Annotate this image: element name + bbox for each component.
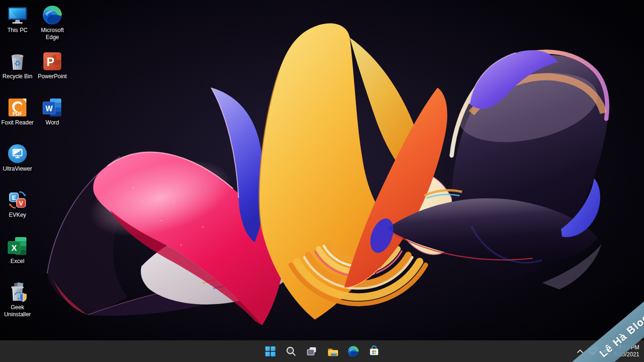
desktop-icon-column-2: Microsoft Edge P PowerPoint [35, 4, 70, 139]
search-button[interactable] [283, 343, 299, 359]
edge-icon [347, 345, 360, 358]
desktop-icon-ultraviewer[interactable]: UltraViewer [0, 142, 35, 185]
taskbar: 3:17 PM 9/10/2021 [0, 340, 644, 362]
svg-text:V: V [19, 200, 23, 207]
windows-logo-icon [264, 345, 277, 358]
search-icon [285, 345, 297, 358]
desktop-icon-this-pc[interactable]: This PC [0, 4, 35, 46]
store-bag-icon [368, 345, 380, 358]
svg-text:PDF: PDF [13, 111, 23, 116]
store-button[interactable] [366, 343, 382, 359]
desktop-icon-label: Word [46, 119, 59, 126]
svg-text:W: W [45, 105, 53, 113]
evkey-icon: E V [6, 189, 29, 211]
this-pc-icon [6, 4, 29, 26]
file-explorer-button[interactable] [324, 343, 340, 359]
desktop-icon-powerpoint[interactable]: P PowerPoint [35, 50, 70, 92]
desktop-icon-foxit-reader[interactable]: PDF Foxit Reader [0, 96, 35, 139]
start-button[interactable] [262, 343, 278, 359]
excel-icon: X [6, 235, 29, 257]
desktop-icon-label: This PC [8, 27, 28, 34]
svg-text:♻: ♻ [14, 59, 21, 67]
foxit-reader-icon: PDF [6, 96, 29, 119]
task-view-icon [305, 345, 318, 358]
desktop-icon-excel[interactable]: X Excel [0, 235, 35, 277]
geek-uninstaller-icon [6, 281, 29, 304]
desktop-icon-label: Microsoft Edge [35, 27, 70, 41]
edge-button[interactable] [345, 343, 361, 359]
word-icon: W [41, 96, 64, 119]
desktop[interactable]: This PC ♻ Recycle Bin [0, 0, 644, 362]
taskbar-center-buttons [262, 340, 382, 362]
desktop-icon-word[interactable]: W Word [35, 96, 70, 139]
desktop-icon-label: Geek Uninstaller [0, 304, 35, 318]
desktop-icon-label: Excel [10, 258, 24, 265]
desktop-icon-label: Foxit Reader [1, 119, 34, 126]
desktop-icon-microsoft-edge[interactable]: Microsoft Edge [35, 4, 70, 46]
desktop-icon-geek-uninstaller[interactable]: Geek Uninstaller [0, 281, 35, 323]
desktop-icon-column-1: This PC ♻ Recycle Bin [0, 4, 35, 323]
desktop-icon-label: PowerPoint [38, 73, 66, 80]
folder-icon [326, 345, 339, 358]
desktop-icon-label: EVKey [9, 212, 26, 219]
desktop-icon-evkey[interactable]: E V EVKey [0, 189, 35, 231]
svg-text:E: E [12, 194, 16, 201]
desktop-icon-recycle-bin[interactable]: ♻ Recycle Bin [0, 50, 35, 92]
svg-text:X: X [11, 244, 17, 253]
task-view-button[interactable] [304, 343, 320, 359]
desktop-icon-label: UltraViewer [3, 165, 32, 173]
svg-text:P: P [47, 55, 55, 68]
edge-icon [41, 4, 64, 26]
ultraviewer-icon [6, 142, 29, 165]
powerpoint-icon: P [41, 50, 64, 73]
recycle-bin-icon: ♻ [6, 50, 29, 73]
desktop-icon-label: Recycle Bin [2, 73, 32, 80]
